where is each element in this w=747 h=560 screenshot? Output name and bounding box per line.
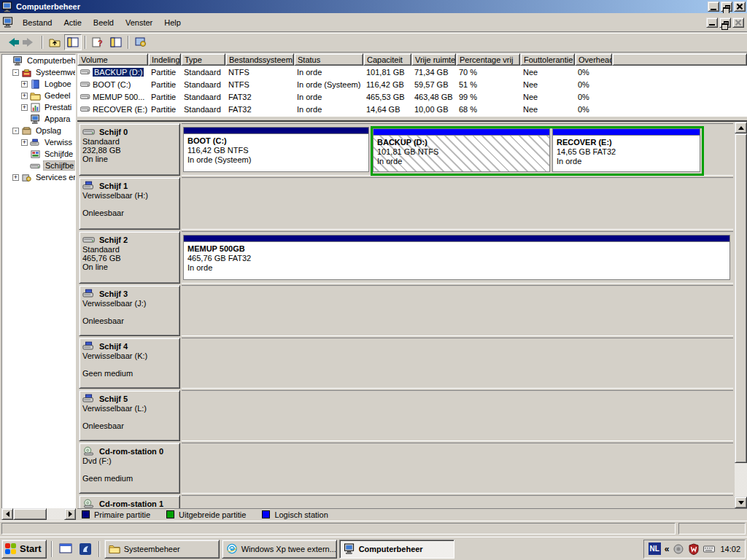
disk-label-cdrom-1[interactable]: Cd-rom-station 1 Dvd (G:) bbox=[79, 495, 180, 508]
expander-icon[interactable]: + bbox=[21, 81, 28, 88]
primary-partition-bar bbox=[184, 128, 368, 134]
empty-disk-area[interactable] bbox=[182, 338, 733, 389]
event-viewer-icon bbox=[30, 79, 41, 89]
console-icon[interactable] bbox=[132, 34, 150, 50]
column-overhead[interactable]: Overhead bbox=[575, 53, 612, 66]
empty-disk-area[interactable] bbox=[182, 285, 733, 336]
tree-item-verwisselbare-opslag[interactable]: + Verwiss bbox=[2, 136, 76, 148]
update-icon[interactable] bbox=[673, 543, 684, 555]
tree-item-logboeken[interactable]: + Logboe bbox=[2, 78, 76, 90]
removable-drive-icon bbox=[82, 289, 96, 298]
window-title: Computerbeheer bbox=[16, 2, 80, 11]
scroll-right-icon[interactable] bbox=[64, 508, 76, 520]
close-button[interactable] bbox=[734, 1, 746, 12]
scrollbar-thumb[interactable] bbox=[13, 508, 47, 520]
empty-disk-area[interactable] bbox=[182, 495, 733, 508]
restore-button[interactable] bbox=[721, 1, 732, 12]
performance-logs-icon bbox=[30, 103, 41, 112]
tree-horizontal-scrollbar[interactable] bbox=[1, 508, 76, 520]
menu-actie[interactable]: Actie bbox=[58, 16, 87, 29]
scroll-down-icon[interactable] bbox=[735, 497, 747, 508]
disk-label-schijf-2[interactable]: Schijf 2 Standaard 465,76 GB On line bbox=[79, 231, 180, 284]
volume-row-backup[interactable]: BACKUP (D:) PartitieStandaard NTFSIn ord… bbox=[77, 66, 747, 78]
tree-item-computerbeheer[interactable]: Computerbehee bbox=[2, 55, 76, 66]
scrollbar-track[interactable] bbox=[735, 463, 747, 497]
volume-row-boot[interactable]: BOOT (C:) PartitieStandaard NTFSIn orde … bbox=[77, 78, 747, 90]
tree-item-schijfbeheer[interactable]: Schijfbe bbox=[2, 160, 76, 171]
tree-item-prestatielogboeken[interactable]: + Prestati bbox=[2, 101, 76, 113]
disk-label-schijf-5[interactable]: Schijf 5 Verwisselbaar (L:) Onleesbaar bbox=[79, 390, 180, 441]
tree-item-gedeelde-mappen[interactable]: + Gedeel bbox=[2, 90, 76, 101]
up-folder-icon[interactable] bbox=[46, 34, 63, 50]
expander-icon[interactable]: + bbox=[21, 93, 28, 99]
tree-item-apparaatbeheer[interactable]: Appara bbox=[2, 113, 76, 125]
back-icon[interactable] bbox=[3, 34, 20, 50]
disk-label-schijf-3[interactable]: Schijf 3 Verwisselbaar (J:) Onleesbaar bbox=[79, 285, 180, 336]
disk-label-schijf-1[interactable]: Schijf 1 Verwisselbaar (H:) Onleesbaar bbox=[79, 177, 180, 230]
child-restore-button[interactable] bbox=[719, 18, 731, 28]
show-desktop-icon[interactable] bbox=[57, 540, 74, 558]
volume-row-memup[interactable]: MEMUP 500... PartitieStandaard FAT32In o… bbox=[77, 90, 747, 103]
menu-help[interactable]: Help bbox=[158, 16, 187, 29]
mcafee-shield-icon[interactable] bbox=[688, 543, 700, 555]
column-indeling[interactable]: Indeling bbox=[148, 53, 181, 66]
column-fouttolerantie[interactable]: Fouttolerantie bbox=[520, 53, 575, 66]
logical-drive-swatch bbox=[262, 510, 270, 518]
column-bestandssysteem[interactable]: Bestandssysteem bbox=[225, 53, 294, 66]
tree-item-systeemwerkset[interactable]: - Systeemwe bbox=[2, 66, 76, 78]
quick-launch-app-icon[interactable] bbox=[77, 540, 94, 558]
new-window-icon[interactable] bbox=[107, 34, 125, 50]
task-button-systeembeheer[interactable]: Systeembeheer bbox=[104, 540, 220, 559]
volume-list-header: Volume Indeling Type Bestandssysteem Sta… bbox=[77, 53, 747, 66]
column-percentage-vrij[interactable]: Percentage vrij bbox=[456, 53, 520, 66]
task-button-windows-xp-twee-extern[interactable]: Windows Xp twee extern... bbox=[222, 540, 337, 559]
column-vrije-ruimte[interactable]: Vrije ruimte bbox=[411, 53, 456, 66]
tree-item-opslag[interactable]: - Opslag bbox=[2, 125, 76, 136]
properties-help-icon[interactable] bbox=[89, 34, 107, 50]
column-capaciteit[interactable]: Capaciteit bbox=[363, 53, 411, 66]
expander-icon[interactable]: + bbox=[12, 174, 19, 181]
menu-venster[interactable]: Venster bbox=[120, 16, 158, 29]
menu-bestand[interactable]: Bestand bbox=[17, 16, 58, 29]
expander-icon[interactable]: + bbox=[21, 139, 28, 146]
removable-storage-icon bbox=[30, 138, 41, 147]
tree-item-services[interactable]: + Services er bbox=[2, 171, 76, 183]
disk-label-schijf-0[interactable]: Schijf 0 Standaard 232,88 GB On line bbox=[79, 123, 180, 176]
language-indicator[interactable]: NL bbox=[649, 542, 661, 555]
disk-label-cdrom-0[interactable]: Cd-rom-station 0 Dvd (F:) Geen medium bbox=[79, 443, 180, 494]
show-hide-tree-icon[interactable] bbox=[64, 34, 82, 50]
expander-icon[interactable]: - bbox=[12, 69, 19, 76]
expander-icon[interactable]: + bbox=[21, 104, 28, 111]
pane-splitter[interactable] bbox=[77, 116, 747, 122]
partition-recover-e[interactable]: RECOVER (E:) 14,65 GB FAT32 In orde bbox=[552, 128, 700, 172]
hard-disk-icon bbox=[82, 235, 96, 244]
column-volume[interactable]: Volume bbox=[77, 53, 148, 66]
disk-view-scrollbar[interactable] bbox=[735, 122, 747, 508]
scrollbar-thumb[interactable] bbox=[735, 133, 747, 463]
empty-disk-area[interactable] bbox=[182, 443, 733, 494]
tree-item-schijfdefragmentatie[interactable]: Schijfde bbox=[2, 148, 76, 160]
status-panel bbox=[1, 523, 676, 534]
column-status[interactable]: Status bbox=[294, 53, 363, 66]
volume-row-recover[interactable]: RECOVER (E:) PartitieStandaard FAT32In o… bbox=[77, 103, 747, 115]
minimize-button[interactable] bbox=[708, 1, 719, 12]
empty-disk-area[interactable] bbox=[182, 177, 733, 230]
child-minimize-button[interactable] bbox=[706, 18, 718, 28]
scroll-left-icon[interactable] bbox=[1, 508, 13, 520]
keyboard-icon[interactable] bbox=[703, 545, 715, 553]
expander-icon[interactable]: - bbox=[12, 128, 19, 134]
menu-bar: Bestand Actie Beeld Venster Help bbox=[0, 13, 747, 32]
menu-beeld[interactable]: Beeld bbox=[88, 16, 120, 29]
disk-defragmenter-icon bbox=[30, 149, 41, 159]
empty-disk-area[interactable] bbox=[182, 390, 733, 441]
task-button-computerbeheer[interactable]: Computerbeheer bbox=[339, 540, 454, 559]
scrollbar-track[interactable] bbox=[47, 508, 64, 520]
chevron-icon[interactable]: « bbox=[665, 544, 670, 554]
start-button[interactable]: Start bbox=[1, 540, 47, 559]
column-type[interactable]: Type bbox=[181, 53, 225, 66]
disk-label-schijf-4[interactable]: Schijf 4 Verwisselbaar (K:) Geen medium bbox=[79, 338, 180, 389]
scroll-up-icon[interactable] bbox=[735, 122, 747, 133]
partition-backup-d-selected[interactable]: BACKUP (D:) 101,81 GB NTFS In orde bbox=[373, 128, 550, 172]
partition-memup-500gb[interactable]: MEMUP 500GB 465,76 GB FAT32 In orde bbox=[183, 235, 730, 280]
partition-boot-c[interactable]: BOOT (C:) 116,42 GB NTFS In orde (Systee… bbox=[183, 127, 369, 172]
